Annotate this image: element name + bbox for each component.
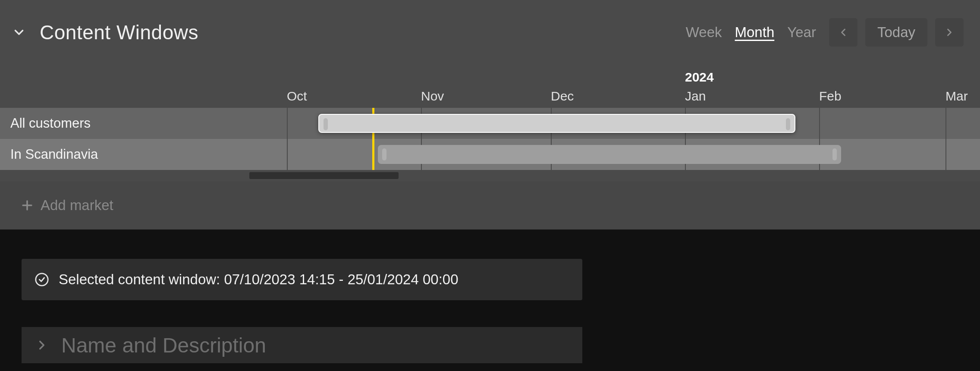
chevron-right-icon: [943, 26, 955, 38]
chevron-down-icon: [12, 25, 26, 40]
scrollbar-thumb[interactable]: [249, 172, 399, 179]
view-month[interactable]: Month: [734, 22, 776, 43]
month-label: Jan: [685, 89, 706, 104]
now-indicator: [372, 139, 374, 170]
window-bar[interactable]: [378, 145, 841, 164]
timeline-row: In Scandinavia: [0, 139, 980, 170]
timeline-header: OctNovDecJanFebMar2024: [0, 65, 980, 108]
chevron-left-icon: [837, 26, 849, 38]
resize-handle-right[interactable]: [786, 118, 790, 130]
view-year[interactable]: Year: [786, 22, 817, 43]
month-label: Feb: [819, 89, 842, 104]
view-week[interactable]: Week: [685, 22, 723, 43]
month-label: Mar: [945, 89, 968, 104]
today-button[interactable]: Today: [865, 18, 927, 47]
prev-button[interactable]: [829, 18, 858, 47]
month-label: Oct: [287, 89, 307, 104]
row-track[interactable]: [190, 108, 980, 139]
page-title: Content Windows: [40, 21, 198, 44]
row-label: In Scandinavia: [0, 139, 190, 170]
timeline-rows: All customersIn Scandinavia: [0, 108, 980, 170]
month-label: Dec: [551, 89, 574, 104]
year-label: 2024: [685, 70, 714, 85]
selected-window-chip: Selected content window: 07/10/2023 14:1…: [22, 259, 582, 300]
resize-handle-left[interactable]: [382, 148, 386, 160]
collapse-toggle[interactable]: [10, 24, 28, 41]
row-track[interactable]: [190, 139, 980, 170]
add-market-label: Add market: [41, 197, 113, 214]
timeline-row: All customers: [0, 108, 980, 139]
next-button[interactable]: [935, 18, 964, 47]
check-circle-icon: [35, 272, 49, 287]
view-switch: Week Month Year: [685, 22, 817, 43]
row-label: All customers: [0, 108, 190, 139]
section-title: Name and Description: [61, 333, 266, 357]
month-label: Nov: [421, 89, 444, 104]
resize-handle-left[interactable]: [324, 118, 328, 130]
plus-icon: [20, 198, 35, 213]
chevron-right-icon: [35, 338, 49, 352]
timeline-scrollbar[interactable]: [0, 170, 980, 181]
selected-window-text: Selected content window: 07/10/2023 14:1…: [59, 271, 459, 288]
window-bar[interactable]: [318, 114, 795, 133]
svg-point-2: [36, 274, 48, 286]
add-market-button[interactable]: Add market: [0, 181, 980, 230]
resize-handle-right[interactable]: [832, 148, 837, 160]
section-name-description[interactable]: Name and Description: [22, 327, 582, 363]
